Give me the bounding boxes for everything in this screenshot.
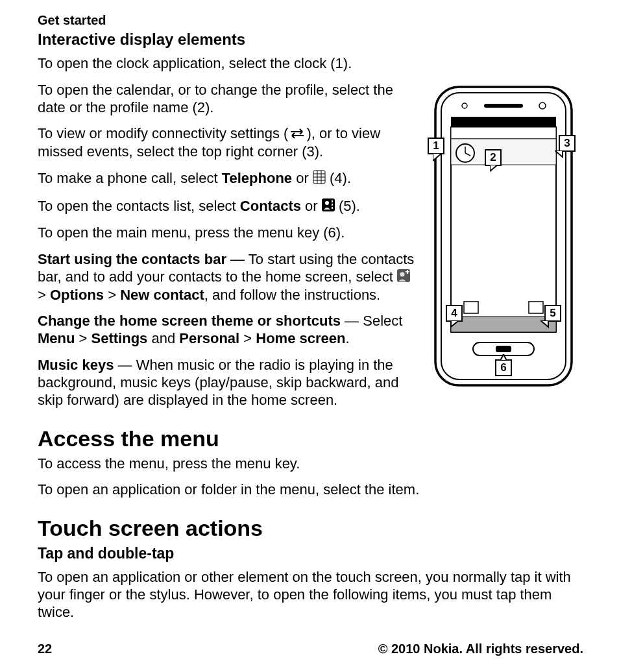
heading-access-menu: Access the menu [38,426,583,451]
svg-rect-22 [451,127,556,139]
gt-1: > [38,287,50,303]
copyright-text: © 2010 Nokia. All rights reserved. [378,642,583,656]
page-footer: 22 © 2010 Nokia. All rights reserved. [38,642,583,656]
para-music-keys: Music keys — When music or the radio is … [38,357,417,409]
svg-rect-8 [332,200,333,202]
contacts-book-icon [322,198,335,216]
connectivity-arrows-icon [288,126,306,143]
section-header: Get started [38,13,583,28]
phone-illustration: 1 2 3 4 5 6 [422,84,583,389]
svg-rect-10 [332,207,333,209]
svg-rect-20 [451,117,556,127]
gt-2: > [104,287,120,303]
subheading-interactive-display: Interactive display elements [38,30,583,49]
para-open-app: To open an application or folder in the … [38,481,583,499]
manual-page: Get started Interactive display elements… [0,0,619,672]
para-calendar: To open the calendar, or to change the p… [38,82,417,117]
svg-rect-31 [496,346,511,352]
dialer-grid-icon [313,170,326,189]
callout-4: 4 [446,305,463,322]
svg-rect-28 [464,302,478,313]
para-contacts: To open the contacts list, select Contac… [38,198,417,216]
para-change-theme: Change the home screen theme or shortcut… [38,313,417,348]
para-access-menu: To access the menu, press the menu key. [38,455,583,473]
callout-5: 5 [544,305,561,322]
callout-6: 6 [495,359,512,376]
svg-point-7 [325,201,329,205]
para-telephone: To make a phone call, select Telephone o… [38,170,417,189]
svg-rect-9 [332,204,333,206]
svg-rect-29 [529,302,543,313]
para-clock: To open the clock application, select th… [38,55,417,73]
para-contacts-bar: Start using the contacts bar — To start … [38,251,417,304]
svg-rect-14 [407,270,408,274]
add-contact-icon [397,269,410,287]
svg-rect-17 [484,104,523,108]
callout-2: 2 [485,149,502,166]
para-connectivity: To view or modify connectivity settings … [38,125,417,160]
para-tap: To open an application or other element … [38,569,583,621]
callout-3: 3 [559,135,576,152]
svg-point-12 [400,272,405,276]
subheading-tap: Tap and double-tap [38,545,583,562]
para-main-menu: To open the main menu, press the menu ke… [38,224,417,242]
heading-touch-screen: Touch screen actions [38,516,583,541]
page-number: 22 [38,642,52,656]
callout-1: 1 [428,138,444,154]
